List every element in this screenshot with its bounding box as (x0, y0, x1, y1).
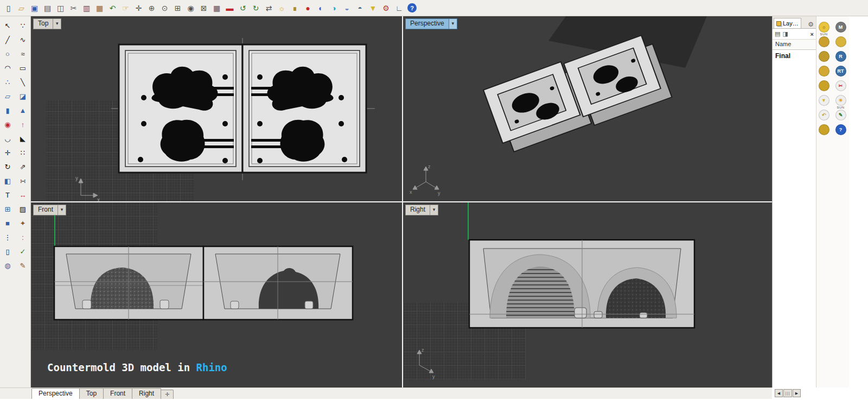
panel-close-icon[interactable]: × (810, 31, 814, 37)
new-sublayer-icon[interactable]: ◨ (782, 30, 788, 37)
lock-icon[interactable]: ∎ (289, 2, 301, 14)
gold-ball-icon[interactable] (819, 80, 829, 91)
help-icon[interactable]: ? (406, 2, 418, 14)
save-icon[interactable]: ▣ (28, 2, 41, 14)
scroll-right-icon[interactable]: ▶ (793, 389, 801, 397)
scroll-grip[interactable]: ||| (783, 389, 792, 397)
zoom-extents-icon[interactable]: ⊠ (197, 2, 210, 14)
rectangle-tool[interactable]: ▭ (16, 61, 30, 74)
freeform-curve-tool[interactable]: ≈ (16, 47, 30, 60)
settings-gear-icon[interactable]: ⚙ (380, 2, 392, 14)
undo-view-icon[interactable]: ↺ (237, 2, 249, 14)
undo-icon[interactable]: ↶ (106, 2, 119, 14)
scroll-left-icon[interactable]: ◀ (775, 389, 783, 397)
polyline-tool[interactable]: ╱ (1, 33, 15, 46)
viewport-title-top[interactable]: Top ▾ (33, 18, 61, 29)
annotate-pencil-icon[interactable]: ✎ (835, 110, 846, 120)
grid-icon[interactable]: ▦ (210, 2, 223, 14)
ground-plane-icon[interactable] (819, 66, 829, 77)
render-in-window-icon[interactable]: RT (835, 66, 846, 77)
render-ball-gold-icon[interactable] (819, 36, 829, 47)
front-view-canvas[interactable]: Countermold 3D model in Rhino (31, 202, 402, 387)
circle-tool[interactable]: ○ (1, 47, 15, 60)
block-tool[interactable]: ⊞ (1, 202, 15, 215)
text-tool[interactable]: T (1, 188, 15, 201)
cut-icon[interactable]: ✂ (67, 2, 80, 14)
zoom-dynamic-icon[interactable]: ⊙ (158, 2, 171, 14)
viewport-title-front[interactable]: Front ▾ (33, 205, 66, 215)
shaded-ball-icon[interactable]: ◑ (328, 2, 340, 14)
top-view-canvas[interactable]: y x (31, 16, 402, 201)
zoom-window-icon[interactable]: ⊞ (171, 2, 184, 14)
boolean-tool[interactable]: ◉ (1, 118, 15, 131)
render-button-icon[interactable]: R (835, 51, 846, 62)
extrude-tool[interactable]: ↑ (16, 118, 30, 131)
chamfer-tool[interactable]: ◣ (16, 132, 30, 145)
copy-to-clipboard-icon[interactable]: ◫ (54, 2, 67, 14)
ghosted-ball-icon[interactable]: ◒ (341, 2, 353, 14)
cube-tool[interactable]: ■ (1, 217, 15, 230)
snapshot-scissors-icon[interactable]: ✂ (835, 80, 846, 91)
viewport-menu-arrow-icon[interactable]: ▾ (449, 18, 457, 29)
paste-icon[interactable]: ▦ (93, 2, 106, 14)
scale-tool[interactable]: ⇗ (16, 160, 30, 173)
sphere-tool[interactable]: ◍ (1, 259, 15, 272)
cycle-view-icon[interactable]: ⇄ (263, 2, 275, 14)
lasso-select-tool[interactable]: ∵ (16, 19, 30, 32)
pan-hand-icon[interactable]: ☞ (119, 2, 132, 14)
hatch-tool[interactable]: ▨ (16, 202, 30, 215)
viewport-label[interactable]: Right (405, 205, 430, 215)
environment-ball-icon[interactable] (819, 51, 829, 62)
viewport-menu-arrow-icon[interactable]: ▾ (58, 205, 66, 215)
named-view-car-icon[interactable]: ▬ (224, 2, 236, 14)
pencil-tool[interactable]: ✎ (16, 259, 30, 272)
mirror-tool[interactable]: ◧ (1, 174, 15, 187)
gold-ball2-icon[interactable] (819, 124, 829, 135)
perspective-view-canvas[interactable]: z x y (403, 16, 772, 201)
array-tool[interactable]: ∺ (16, 174, 30, 187)
sun-study-icon[interactable]: ☀ SUN (835, 95, 846, 106)
undo-arrow-icon[interactable]: ↶ (819, 110, 829, 120)
open-folder-icon[interactable]: ▱ (15, 2, 28, 14)
viewport-label[interactable]: Front (33, 205, 58, 215)
new-viewport-tab-button[interactable]: ✛ (161, 390, 174, 399)
tab-front[interactable]: Front (103, 388, 132, 399)
sun-settings-icon[interactable]: ☼ SUN (819, 22, 829, 33)
dimension-tool[interactable]: ↔ (16, 188, 30, 201)
zoom-in-icon[interactable]: ⊕ (145, 2, 158, 14)
select-arrow-tool[interactable]: ↖ (1, 19, 15, 32)
viewport-label[interactable]: Perspective (405, 18, 449, 29)
viewport-title-perspective[interactable]: Perspective ▾ (405, 18, 457, 29)
material-editor-icon[interactable]: M (835, 22, 846, 33)
viewport-label[interactable]: Top (33, 18, 53, 29)
surface-tool[interactable]: ▱ (1, 90, 15, 103)
rotate-tool[interactable]: ↻ (1, 160, 15, 173)
point-grid-tool[interactable]: ⋮ (1, 231, 15, 244)
fillet-tool[interactable]: ◡ (1, 132, 15, 145)
copy-icon[interactable]: ▥ (80, 2, 93, 14)
loft-tool[interactable]: ◪ (16, 90, 30, 103)
render-ball-icon[interactable]: ◐ (315, 2, 327, 14)
tab-perspective[interactable]: Perspective (31, 388, 80, 399)
viewport-menu-arrow-icon[interactable]: ▾ (430, 205, 438, 215)
arc-tool[interactable]: ◠ (1, 61, 15, 74)
redo-view-icon[interactable]: ↻ (250, 2, 262, 14)
texture-ball-icon[interactable] (835, 36, 846, 47)
helix-tool[interactable]: ∿ (16, 33, 30, 46)
sheet-tool[interactable]: ▯ (1, 245, 15, 258)
render-red-ball-icon[interactable]: ● (302, 2, 314, 14)
right-view-canvas[interactable]: z y (403, 202, 772, 387)
zoom-selected-icon[interactable]: ◉ (184, 2, 197, 14)
viewport-top[interactable]: y x Top ▾ (31, 16, 402, 201)
viewport-menu-arrow-icon[interactable]: ▾ (53, 18, 61, 29)
cone-tool[interactable]: ▲ (16, 104, 30, 117)
tab-right[interactable]: Right (132, 388, 161, 399)
curve-points-tool[interactable]: ∴ (1, 75, 15, 88)
point-cloud-tool[interactable]: : (16, 231, 30, 244)
cylinder-tool[interactable]: ▮ (1, 104, 15, 117)
panel-gear-icon[interactable]: ⚙ (807, 21, 815, 28)
new-file-icon[interactable]: ▯ (2, 2, 15, 14)
tab-top[interactable]: Top (79, 388, 104, 399)
print-icon[interactable]: ▤ (41, 2, 54, 14)
viewport-front[interactable]: Countermold 3D model in Rhino Front ▾ (31, 202, 402, 387)
